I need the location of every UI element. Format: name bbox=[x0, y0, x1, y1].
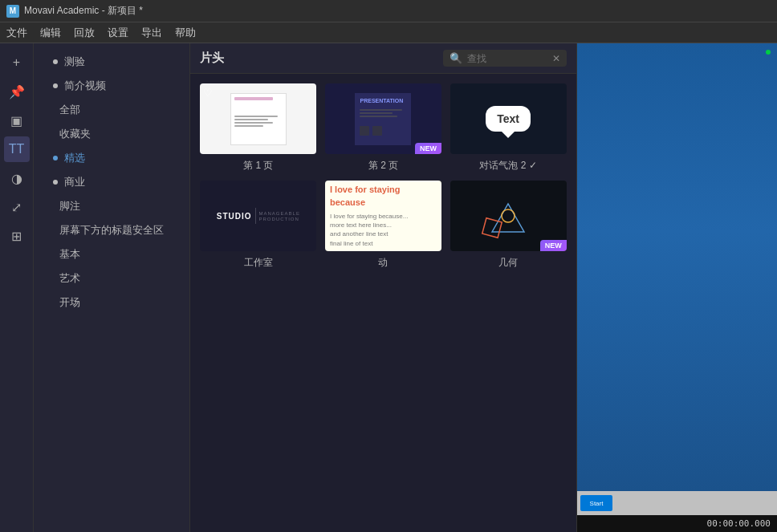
add-icon[interactable]: + bbox=[4, 50, 30, 75]
thumbnail-item[interactable]: I love for staying because I love for st… bbox=[325, 181, 442, 270]
category-label: 脚注 bbox=[59, 199, 80, 213]
thumbnail-item[interactable]: NEW 几何 bbox=[450, 181, 567, 270]
thumb-label: 几何 bbox=[498, 256, 518, 270]
video-preview: Start bbox=[577, 43, 777, 515]
category-label: 全部 bbox=[59, 103, 80, 117]
category-item[interactable]: 脚注 bbox=[34, 194, 189, 218]
heart-icon[interactable]: ♡ bbox=[203, 87, 213, 99]
category-label: 开场 bbox=[59, 295, 80, 310]
svg-point-1 bbox=[502, 209, 515, 222]
menu-item[interactable]: 导出 bbox=[141, 26, 162, 40]
thumb-label: 对话气泡 2 ✓ bbox=[479, 159, 536, 173]
menu-item[interactable]: 回放 bbox=[74, 26, 95, 40]
crop-icon[interactable]: ▣ bbox=[4, 108, 30, 133]
category-label: 收藏夹 bbox=[59, 127, 91, 141]
category-panel: 测验简介视频全部收藏夹精选商业脚注屏幕下方的标题安全区基本艺术开场 bbox=[34, 43, 190, 532]
category-label: 基本 bbox=[59, 247, 80, 262]
category-label: 测验 bbox=[64, 55, 85, 69]
main-area: +📌▣TT◑⤢⊞ 测验简介视频全部收藏夹精选商业脚注屏幕下方的标题安全区基本艺术… bbox=[0, 43, 777, 532]
category-label: 简介视频 bbox=[64, 79, 106, 93]
menubar: 文件编辑回放设置导出帮助 bbox=[0, 22, 777, 43]
speech-text: Text bbox=[497, 112, 519, 125]
category-item[interactable]: 收藏夹 bbox=[34, 122, 189, 146]
new-badge: NEW bbox=[540, 240, 567, 251]
expand-icon[interactable]: ⤢ bbox=[4, 194, 30, 220]
text-icon[interactable]: TT bbox=[4, 136, 30, 162]
pin-icon[interactable]: 📌 bbox=[4, 79, 30, 104]
search-bar[interactable]: 🔍 ✕ bbox=[443, 50, 567, 67]
search-input[interactable] bbox=[467, 53, 547, 64]
menu-item[interactable]: 编辑 bbox=[40, 26, 61, 40]
category-item[interactable]: 基本 bbox=[34, 242, 189, 266]
category-item[interactable]: 艺术 bbox=[34, 266, 189, 290]
grid-icon[interactable]: ⊞ bbox=[4, 223, 30, 249]
category-label: 商业 bbox=[64, 175, 85, 189]
titlebar: M Movavi Academic - 新项目 * bbox=[0, 0, 777, 22]
close-icon[interactable]: ✕ bbox=[552, 53, 560, 64]
panel-header: 片头 🔍 ✕ bbox=[190, 43, 576, 74]
timecode: 00:00:00.000 bbox=[577, 515, 777, 532]
thumbnails-grid: ♡ 第 1 页 PRESENTATION bbox=[190, 74, 576, 532]
category-item[interactable]: 商业 bbox=[34, 170, 189, 194]
thumb-label: 第 2 页 bbox=[368, 159, 398, 173]
thumb-label: 第 1 页 bbox=[243, 159, 273, 173]
menu-item[interactable]: 设置 bbox=[108, 26, 128, 40]
content-area: 片头 🔍 ✕ bbox=[190, 43, 576, 532]
thumbnail-item[interactable]: ♡ 第 1 页 bbox=[200, 83, 317, 173]
category-item[interactable]: 测验 bbox=[34, 50, 189, 74]
thumb-label: 动 bbox=[378, 256, 388, 270]
panel-title: 片头 bbox=[200, 51, 224, 66]
menu-item[interactable]: 帮助 bbox=[175, 26, 196, 40]
window-title: Movavi Academic - 新项目 * bbox=[24, 4, 143, 18]
category-label: 精选 bbox=[64, 151, 85, 165]
thumbnail-item[interactable]: STUDIO MANAGEABLE PRODUCTION 工作室 bbox=[200, 181, 317, 270]
thumbnail-item[interactable]: Text 对话气泡 2 ✓ bbox=[450, 83, 567, 173]
app-icon: M bbox=[6, 5, 19, 18]
menu-item[interactable]: 文件 bbox=[6, 26, 27, 40]
thumbnail-item[interactable]: PRESENTATION NEW bbox=[325, 83, 442, 173]
thumb-label: 工作室 bbox=[244, 256, 273, 270]
svg-marker-0 bbox=[492, 204, 524, 232]
left-sidebar: +📌▣TT◑⤢⊞ bbox=[0, 43, 34, 532]
category-item[interactable]: 简介视频 bbox=[34, 74, 189, 98]
category-label: 艺术 bbox=[59, 271, 80, 286]
category-item[interactable]: 全部 bbox=[34, 98, 189, 122]
category-item[interactable]: 精选 bbox=[34, 146, 189, 170]
new-badge: NEW bbox=[415, 143, 441, 154]
theme-icon[interactable]: ◑ bbox=[4, 165, 30, 191]
svg-rect-2 bbox=[482, 218, 502, 238]
search-icon: 🔍 bbox=[450, 52, 462, 64]
category-item[interactable]: 屏幕下方的标题安全区 bbox=[34, 218, 189, 242]
category-item[interactable]: 开场 bbox=[34, 290, 189, 315]
preview-area: Start 00:00:00.000 bbox=[576, 43, 777, 532]
category-label: 屏幕下方的标题安全区 bbox=[59, 223, 164, 238]
